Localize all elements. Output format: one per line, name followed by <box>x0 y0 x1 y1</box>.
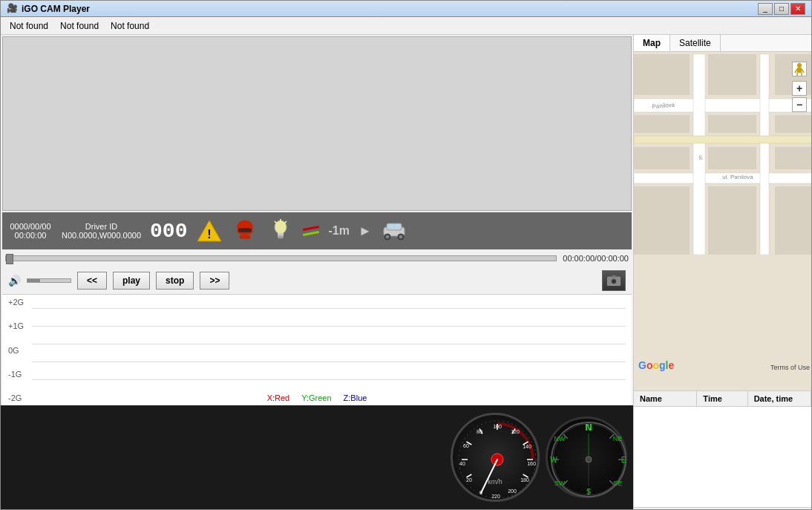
table-body[interactable] <box>634 407 811 507</box>
speedometer: 100 120 140 160 180 200 220 80 60 40 20 … <box>451 413 540 502</box>
stop-button[interactable]: stop <box>156 272 194 290</box>
controls-bar: 🔊 << play stop >> <box>2 267 632 294</box>
svg-line-94 <box>802 69 804 73</box>
menu-item-2[interactable]: Not found <box>54 19 105 33</box>
graph-label-neg1g: -1G <box>8 370 24 379</box>
svg-text:ul. Panilova: ul. Panilova <box>722 174 753 180</box>
graph-label-neg2g: -2G <box>8 393 24 402</box>
svg-text:NW: NW <box>554 435 566 442</box>
col-time: Time <box>697 391 747 406</box>
direction-arrow: ► <box>358 223 372 239</box>
svg-rect-24 <box>612 275 616 278</box>
progress-thumb[interactable] <box>6 254 13 264</box>
map-tab-map[interactable]: Map <box>634 35 670 51</box>
svg-text:40: 40 <box>459 461 465 466</box>
time-display: 00:00:00/00:00:00 <box>563 254 629 263</box>
driver-icon <box>232 218 258 244</box>
map-tabs: Map Satellite <box>634 35 811 52</box>
window-controls: _ □ ✕ <box>758 3 805 15</box>
volume-slider[interactable] <box>27 278 71 283</box>
window-title: iGO CAM Player <box>22 4 758 14</box>
driver-info: Driver ID N00.0000,W000.0000 <box>62 222 141 240</box>
speed-number: 000 <box>150 220 187 243</box>
svg-point-91 <box>797 63 802 68</box>
graph-label-0g: 0G <box>8 346 24 355</box>
svg-rect-73 <box>693 54 705 255</box>
svg-point-20 <box>399 235 402 238</box>
svg-rect-16 <box>395 224 401 229</box>
svg-point-18 <box>386 235 389 238</box>
graph-line-4 <box>32 362 626 362</box>
svg-text:NE: NE <box>613 435 623 442</box>
zoom-out-button[interactable]: − <box>792 97 807 112</box>
graph-line-2 <box>32 326 626 327</box>
forward-button[interactable]: >> <box>200 272 229 290</box>
speed-unit: km/h <box>453 476 537 486</box>
table-scrollbar[interactable] <box>634 507 811 509</box>
graph-area: +2G +1G 0G -1G -2G X:Red Y:Green Z:Blue <box>2 294 632 405</box>
minimize-button[interactable]: _ <box>758 3 773 15</box>
svg-text:!: ! <box>208 228 212 241</box>
close-button[interactable]: ✕ <box>790 3 805 15</box>
graph-legend: X:Red Y:Green Z:Blue <box>267 393 367 402</box>
snapshot-button[interactable] <box>602 270 626 291</box>
time-value: 00:00:00 <box>15 231 47 240</box>
svg-rect-76 <box>634 54 690 95</box>
left-panel: 0000/00/00 00:00:00 Driver ID N00.0000,W… <box>1 35 633 509</box>
driver-label: Driver ID <box>85 222 117 231</box>
svg-point-69 <box>586 457 592 462</box>
svg-rect-82 <box>634 147 690 169</box>
svg-rect-85 <box>634 186 690 255</box>
bulb-icon <box>267 218 294 244</box>
svg-text:160: 160 <box>527 461 536 466</box>
svg-rect-5 <box>240 235 250 238</box>
zoom-in-button[interactable]: + <box>792 81 807 96</box>
svg-rect-75 <box>634 136 811 143</box>
graph-line-3 <box>32 344 626 344</box>
maximize-button[interactable]: □ <box>774 3 789 15</box>
graph-labels: +2G +1G 0G -1G -2G <box>8 295 24 405</box>
map-tab-satellite[interactable]: Satellite <box>670 35 721 51</box>
svg-line-12 <box>284 221 287 223</box>
col-name: Name <box>634 391 697 406</box>
map-svg: Panilova ul. Panilova ul. <box>634 54 811 255</box>
svg-rect-84 <box>775 147 811 169</box>
car-icon <box>381 220 407 243</box>
datetime-display: 0000/00/00 00:00:00 <box>8 222 53 240</box>
svg-text:ul.: ul. <box>698 155 704 160</box>
svg-rect-83 <box>708 147 756 169</box>
rewind-button[interactable]: << <box>77 272 107 290</box>
svg-rect-8 <box>278 235 284 238</box>
date-value: 0000/00/00 <box>10 222 50 231</box>
svg-rect-81 <box>775 115 811 133</box>
legend-y: Y:Green <box>301 393 331 402</box>
street-view-button[interactable] <box>792 62 807 76</box>
svg-rect-79 <box>634 115 690 133</box>
instruments-panel: 100 120 140 160 180 200 220 80 60 40 20 … <box>1 405 633 509</box>
title-bar: 🎥 iGO CAM Player _ □ ✕ <box>1 1 811 17</box>
status-bar: 0000/00/00 00:00:00 Driver ID N00.0000,W… <box>2 212 632 249</box>
volume-icon: 🔊 <box>8 275 21 287</box>
svg-line-93 <box>795 69 797 73</box>
svg-text:60: 60 <box>463 443 469 448</box>
svg-rect-86 <box>708 186 756 255</box>
graph-content <box>32 298 626 402</box>
progress-bar-area: 00:00:00/00:00:00 <box>2 249 632 267</box>
warning-icon: ! <box>196 218 223 244</box>
menu-item-1[interactable]: Not found <box>4 19 54 33</box>
svg-rect-80 <box>708 115 756 133</box>
distance-display: -1m <box>328 224 349 238</box>
svg-rect-9 <box>278 238 283 239</box>
table-area: Name Time Date, time <box>634 390 811 509</box>
speed-indicator <box>303 227 319 235</box>
graph-label-1g: +1G <box>8 321 24 330</box>
menu-item-3[interactable]: Not found <box>105 19 155 33</box>
svg-rect-7 <box>278 233 284 235</box>
svg-rect-15 <box>387 224 393 229</box>
graph-line-5 <box>32 379 626 380</box>
menu-bar: Not found Not found Not found <box>1 17 811 35</box>
video-area <box>2 36 632 211</box>
play-button[interactable]: play <box>113 272 150 290</box>
progress-track[interactable] <box>5 255 557 261</box>
right-panel: Map Satellite <box>633 35 811 509</box>
